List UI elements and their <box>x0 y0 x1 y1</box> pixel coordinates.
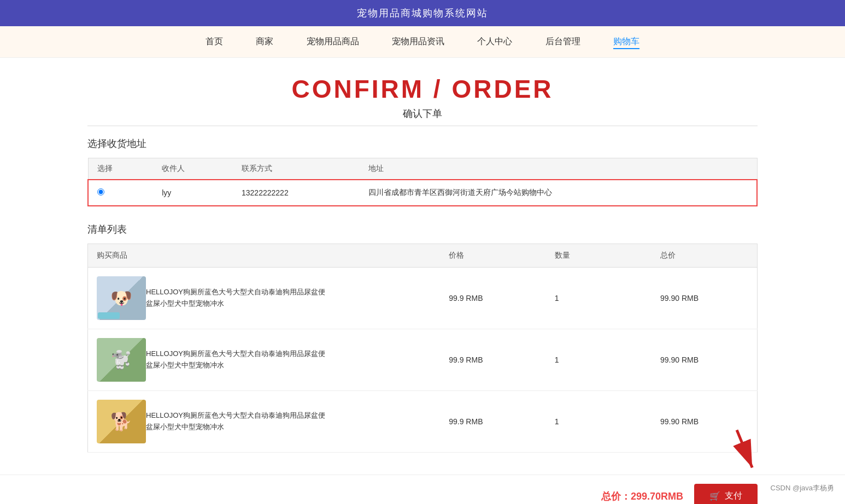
product-section-title: 清单列表 <box>87 223 758 236</box>
product-name-3: HELLOJOY狗厕所蓝色大号大型犬自动泰迪狗用品尿盆便盆屎小型犬中型宠物冲水 <box>146 410 332 433</box>
top-banner: 宠物用品商城购物系统网站 <box>0 0 845 26</box>
total-amount: 299.70RMB <box>631 491 683 502</box>
site-title: 宠物用品商城购物系统网站 <box>357 8 488 19</box>
cart-icon: 🛒 <box>709 491 720 501</box>
address-section-title: 选择收货地址 <box>87 137 758 150</box>
product-qty-1: 1 <box>546 268 652 329</box>
col-price: 价格 <box>440 244 545 268</box>
page-title-main: CONFIRM / ORDER <box>87 74 758 104</box>
product-name-1: HELLOJOY狗厕所蓝色大号大型犬自动泰迪狗用品尿盆便盆屎小型犬中型宠物冲水 <box>146 287 332 310</box>
table-row: 🐩 HELLOJOY狗厕所蓝色大号大型犬自动泰迪狗用品尿盆便盆屎小型犬中型宠物冲… <box>88 329 758 391</box>
address-section: 选择收货地址 选择 收件人 联系方式 地址 lyy 13222222222 四川… <box>87 137 758 206</box>
product-qty-2: 1 <box>546 329 652 391</box>
recipient-name: lyy <box>153 180 233 206</box>
col-total: 总价 <box>652 244 757 268</box>
col-phone: 联系方式 <box>233 158 360 180</box>
product-qty-3: 1 <box>546 391 652 453</box>
col-product: 购买商品 <box>88 244 441 268</box>
table-row: 🐕 HELLOJOY狗厕所蓝色大号大型犬自动泰迪狗用品尿盆便盆屎小型犬中型宠物冲… <box>88 391 758 453</box>
col-qty: 数量 <box>546 244 652 268</box>
product-name-2: HELLOJOY狗厕所蓝色大号大型犬自动泰迪狗用品尿盆便盆屎小型犬中型宠物冲水 <box>146 348 332 371</box>
product-cell: 🐕 HELLOJOY狗厕所蓝色大号大型犬自动泰迪狗用品尿盆便盆屎小型犬中型宠物冲… <box>97 400 431 443</box>
pay-button[interactable]: 🛒 支付 <box>694 484 758 504</box>
nav-merchant[interactable]: 商家 <box>256 37 273 46</box>
product-total-1: 99.90 RMB <box>652 268 757 329</box>
product-cell: 🐩 HELLOJOY狗厕所蓝色大号大型犬自动泰迪狗用品尿盆便盆屎小型犬中型宠物冲… <box>97 338 431 382</box>
watermark: CSDN @java李杨勇 <box>771 483 835 493</box>
col-name: 收件人 <box>153 158 233 180</box>
address-radio[interactable] <box>97 188 104 195</box>
svg-line-1 <box>726 430 762 468</box>
content-area: 选择收货地址 选择 收件人 联系方式 地址 lyy 13222222222 四川… <box>87 126 758 475</box>
nav-admin[interactable]: 后台管理 <box>545 37 580 46</box>
col-select: 选择 <box>88 158 153 180</box>
product-price-3: 99.9 RMB <box>440 391 545 453</box>
product-price-1: 99.9 RMB <box>440 268 545 329</box>
address-table: 选择 收件人 联系方式 地址 lyy 13222222222 四川省成都市青羊区… <box>87 158 758 206</box>
product-section: 清单列表 购买商品 价格 数量 总价 🐶 <box>87 223 758 453</box>
recipient-phone: 13222222222 <box>233 180 360 206</box>
product-total-2: 99.90 RMB <box>652 329 757 391</box>
product-table: 购买商品 价格 数量 总价 🐶 HELLOJOY狗厕所蓝色大号大型犬自动 <box>87 244 758 453</box>
nav-cart[interactable]: 购物车 <box>613 37 639 49</box>
footer-bar: 总价：299.70RMB 🛒 支付 <box>0 475 845 504</box>
total-price: 总价：299.70RMB <box>601 490 683 503</box>
page-title-section: CONFIRM / ORDER 确认下单 <box>87 58 758 126</box>
address-row[interactable]: lyy 13222222222 四川省成都市青羊区西御河街道天府广场今站购物中心 <box>88 180 757 206</box>
page-title-sub: 确认下单 <box>87 107 758 120</box>
product-image-1: 🐶 <box>97 276 146 320</box>
nav-news[interactable]: 宠物用品资讯 <box>392 37 444 46</box>
nav-products[interactable]: 宠物用品商品 <box>307 37 359 46</box>
product-cell: 🐶 HELLOJOY狗厕所蓝色大号大型犬自动泰迪狗用品尿盆便盆屎小型犬中型宠物冲… <box>97 276 431 320</box>
product-price-2: 99.9 RMB <box>440 329 545 391</box>
navigation: 首页 商家 宠物用品商品 宠物用品资讯 个人中心 后台管理 购物车 <box>0 26 845 58</box>
pay-button-label: 支付 <box>725 490 742 502</box>
product-image-3: 🐕 <box>97 400 146 443</box>
recipient-address: 四川省成都市青羊区西御河街道天府广场今站购物中心 <box>360 180 757 206</box>
nav-home[interactable]: 首页 <box>206 37 223 46</box>
col-address: 地址 <box>360 158 757 180</box>
nav-profile[interactable]: 个人中心 <box>477 37 512 46</box>
product-image-2: 🐩 <box>97 338 146 382</box>
total-label: 总价： <box>601 491 631 502</box>
table-row: 🐶 HELLOJOY狗厕所蓝色大号大型犬自动泰迪狗用品尿盆便盆屎小型犬中型宠物冲… <box>88 268 758 329</box>
